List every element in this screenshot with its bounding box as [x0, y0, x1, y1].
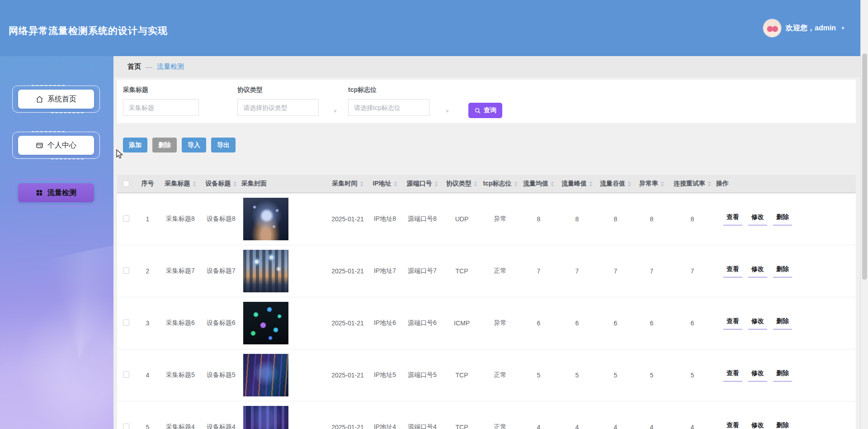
column-header[interactable]: 采集时间: [327, 180, 368, 188]
row-checkbox[interactable]: [123, 372, 129, 378]
action-delete[interactable]: 删除: [773, 317, 792, 329]
cell-index: 3: [135, 319, 160, 327]
select-all-checkbox[interactable]: [123, 181, 129, 187]
profile-card-icon: [36, 142, 43, 149]
cell-tcp-flag: 正常: [481, 423, 519, 429]
sort-icon[interactable]: [233, 181, 237, 186]
cell-avg: 6: [519, 319, 558, 327]
title-input[interactable]: [123, 99, 199, 116]
action-edit[interactable]: 修改: [748, 317, 767, 329]
import-button[interactable]: 导入: [182, 138, 206, 153]
table-row: 1 采集标题8 设备标题8 2025-01-21 IP地址8 源端口号8 UDP…: [117, 193, 856, 245]
sidebar-item-traffic-detection[interactable]: 流量检测: [18, 183, 94, 202]
column-label: 序号: [142, 180, 154, 188]
breadcrumb-current[interactable]: 流量检测: [157, 62, 184, 71]
sort-icon[interactable]: [708, 181, 711, 186]
delete-button[interactable]: 删除: [152, 138, 177, 153]
cell-valley: 7: [596, 267, 635, 275]
column-header[interactable]: IP地址: [368, 180, 402, 188]
action-edit[interactable]: 修改: [748, 213, 767, 225]
column-header[interactable]: 设备标题: [201, 180, 241, 188]
cell-ip: IP地址5: [368, 371, 402, 379]
add-button[interactable]: 添加: [123, 138, 147, 153]
action-edit[interactable]: 修改: [748, 265, 767, 277]
action-delete[interactable]: 删除: [773, 213, 792, 225]
export-button[interactable]: 导出: [211, 138, 236, 153]
column-header[interactable]: 流量峰值: [558, 180, 596, 188]
cell-port: 源端口号8: [402, 215, 443, 223]
table-row: 3 采集标题6 设备标题6 2025-01-21 IP地址6 源端口号6 ICM…: [117, 297, 856, 349]
table-row: 5 采集标题4 设备标题4 2025-01-21 IP地址4 源端口号4 TCP…: [117, 401, 856, 429]
sort-icon[interactable]: [360, 181, 363, 186]
search-form: 采集标题 协议类型 ∨ tcp标志位 ∨ 查询: [117, 80, 856, 123]
row-actions: 查看修改删除: [716, 213, 856, 225]
cell-protocol: ICMP: [443, 319, 481, 327]
cell-retry: 7: [669, 267, 716, 275]
cell-anomaly: 7: [635, 267, 669, 275]
sort-icon[interactable]: [627, 181, 631, 186]
cell-index: 2: [135, 267, 160, 275]
welcome-text: 欢迎您，admin: [786, 24, 836, 33]
row-checkbox[interactable]: [123, 267, 129, 274]
column-label: IP地址: [373, 180, 391, 188]
column-label: 设备标题: [206, 180, 231, 188]
chevron-down-icon[interactable]: ∨: [333, 108, 337, 113]
scrollbar-thumb[interactable]: [862, 53, 867, 280]
action-delete[interactable]: 删除: [773, 369, 792, 381]
row-checkbox[interactable]: [123, 319, 129, 326]
sort-icon[interactable]: [551, 181, 554, 186]
action-edit[interactable]: 修改: [748, 369, 767, 381]
breadcrumb: 首页 — 流量检测: [113, 56, 860, 77]
column-header[interactable]: 流量谷值: [596, 180, 635, 188]
action-view[interactable]: 查看: [723, 265, 742, 277]
data-table: 序号采集标题设备标题采集封面采集时间IP地址源端口号协议类型tcp标志位流量均值…: [117, 175, 856, 429]
main-content: 首页 — 流量检测 采集标题 协议类型 ∨ tcp标志位 ∨ 查询 添加 删除 …: [113, 56, 860, 429]
sort-icon[interactable]: [514, 181, 518, 186]
action-view[interactable]: 查看: [723, 421, 742, 429]
cell-index: 1: [135, 215, 160, 223]
cell-ip: IP地址6: [368, 319, 402, 327]
column-label: tcp标志位: [483, 180, 512, 188]
action-view[interactable]: 查看: [723, 369, 742, 381]
cell-protocol: TCP: [443, 424, 481, 429]
vertical-scrollbar[interactable]: [860, 0, 868, 429]
sidebar-item-profile[interactable]: 个人中心: [18, 136, 94, 155]
action-view[interactable]: 查看: [723, 317, 742, 329]
cell-time: 2025-01-21: [327, 372, 368, 379]
sidebar-item-home[interactable]: 系统首页: [18, 90, 94, 109]
row-checkbox[interactable]: [123, 424, 129, 429]
sort-icon[interactable]: [474, 181, 477, 186]
tcpflag-select[interactable]: [348, 99, 429, 116]
column-header[interactable]: 源端口号: [402, 180, 443, 188]
sort-icon[interactable]: [193, 181, 196, 186]
chevron-down-icon[interactable]: ∨: [445, 108, 449, 113]
column-label: 流量峰值: [561, 180, 587, 188]
row-checkbox[interactable]: [123, 215, 129, 222]
sort-icon[interactable]: [660, 181, 664, 186]
cell-device: 设备标题6: [201, 319, 241, 327]
cell-time: 2025-01-21: [327, 319, 368, 327]
sort-icon[interactable]: [589, 181, 593, 186]
cell-valley: 5: [596, 372, 635, 379]
action-delete[interactable]: 删除: [773, 265, 792, 277]
cover-image: [243, 250, 288, 292]
column-header[interactable]: 流量均值: [519, 180, 558, 188]
action-delete[interactable]: 删除: [773, 421, 792, 429]
action-view[interactable]: 查看: [723, 213, 742, 225]
search-button[interactable]: 查询: [468, 103, 502, 118]
column-header[interactable]: tcp标志位: [481, 180, 519, 188]
column-header[interactable]: 连接重试率: [669, 180, 716, 188]
column-header[interactable]: 采集标题: [160, 180, 201, 188]
cell-title: 采集标题5: [160, 371, 201, 379]
breadcrumb-home[interactable]: 首页: [127, 62, 141, 71]
sort-icon[interactable]: [434, 181, 438, 186]
column-header[interactable]: 异常率: [635, 180, 669, 188]
protocol-select[interactable]: [237, 99, 319, 116]
sort-icon[interactable]: [394, 181, 397, 186]
cover-image: [243, 354, 288, 396]
column-header[interactable]: 协议类型: [443, 180, 481, 188]
action-edit[interactable]: 修改: [748, 421, 767, 429]
user-menu[interactable]: 欢迎您，admin ▼: [763, 19, 845, 37]
cell-index: 5: [135, 424, 160, 429]
column-label: 流量谷值: [600, 180, 625, 188]
